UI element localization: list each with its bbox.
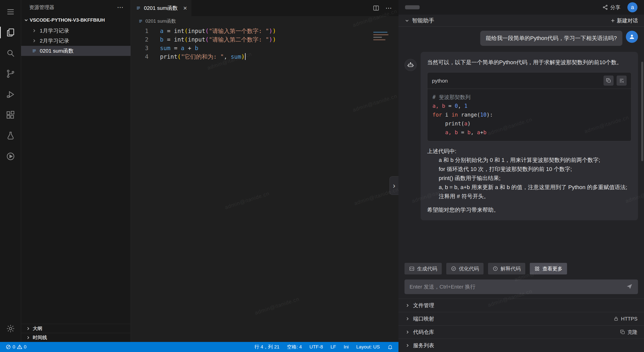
check-icon [451,266,456,271]
chevron-down-icon[interactable] [405,18,410,23]
insert-code-button[interactable] [617,76,627,86]
info-icon [493,266,498,271]
indentation-setting[interactable]: 空格: 4 [287,344,302,350]
tab-close-icon[interactable]: × [183,5,187,11]
warning-icon [17,344,22,350]
code-card-body[interactable]: # 斐波那契数列a, b = 0, 1for i in range(10): p… [427,89,631,141]
section-badge[interactable]: HTTPS [613,316,637,322]
action-button-label: 生成代码 [417,265,437,272]
chevron-right-icon [405,343,410,348]
section-文件管理[interactable]: 文件管理 [398,299,644,312]
user-avatar [626,31,638,43]
closing-text: 希望能对您的学习带来帮助。 [427,205,631,214]
tree-item-file[interactable]: 0201 sum函数 [21,46,131,56]
chevron-right-icon [32,28,37,33]
editor-more-actions-icon[interactable]: ⋯ [385,4,392,12]
new-chat-label: 新建对话 [617,17,638,24]
chevron-right-icon [26,326,31,331]
explanation-item: for 循环迭代 10 次，打印斐波那契数列的前 10 个数字; [439,165,631,174]
activity-settings-button[interactable] [0,318,21,339]
run-icon [6,152,15,161]
editor-tab[interactable]: 0201 sum函数 × [131,0,191,16]
copy-code-button[interactable] [603,76,614,86]
action-button[interactable]: 生成代码 [405,263,442,274]
file-tree: 1月学习记录2月学习记录0201 sum函数 [21,26,131,56]
warning-count: 0 [24,344,27,350]
activity-run-button[interactable] [0,146,21,167]
section-端口映射[interactable]: 端口映射HTTPS [398,312,644,325]
tab-bar: 0201 sum函数 × ⋯ [131,0,398,16]
code-text: a, b = b, a+b [432,129,487,135]
tree-item-folder[interactable]: 2月学习记录 [21,36,131,46]
new-chat-button[interactable]: 新建对话 [610,17,638,24]
explanation-item: a, b = b, a+b 用来更新 a 和 b 的值，注意这里用到了 Pyth… [439,183,631,192]
activity-extensions-button[interactable] [0,105,21,125]
chevron-down-icon [24,18,29,23]
code-line: print(a) [432,119,626,128]
section-label: 文件管理 [413,302,434,309]
activity-search-button[interactable] [0,43,21,63]
explorer-more-actions-icon[interactable]: ⋯ [117,4,124,11]
search-icon [6,48,15,58]
tree-item-label: 1月学习记录 [40,27,69,34]
panel-scrollbar[interactable] [641,62,643,161]
encoding-setting[interactable]: UTF-8 [309,344,323,350]
app-root: 资源管理器 ⋯ VSCODE-PYTHON-V3-BKFFBIUH 1月学习记录… [0,0,644,352]
outline-panel-header[interactable]: 大纲 [21,324,131,333]
section-代码仓库[interactable]: 代码仓库克隆 [398,325,644,339]
code-line: 2b = int(input("请输入第二个数字: ")) [131,35,398,44]
share-icon [602,4,608,10]
timeline-panel-header[interactable]: 时间线 [21,333,131,342]
chevron-right-icon [405,330,410,335]
text-cursor [245,53,246,60]
account-avatar[interactable]: a [627,2,637,12]
action-button-label: 查看更多 [542,265,562,272]
activity-bar [0,0,21,352]
see-more-button[interactable]: 查看更多 [530,263,567,274]
chat-input[interactable] [405,279,638,294]
activity-debug-button[interactable] [0,84,21,105]
code-editor[interactable]: 1a = int(input("请输入第一个数字: "))2b = int(in… [131,26,398,342]
code-lines: 1a = int(input("请输入第一个数字: "))2b = int(in… [131,27,398,61]
scm-icon [6,69,15,79]
workspace-label: VSCODE-PYTHON-V3-BKFFBIUH [30,17,105,23]
action-button[interactable]: 解释代码 [488,263,525,274]
tree-item-label: 2月学习记录 [40,37,69,44]
send-icon[interactable] [626,283,633,291]
code-line: for i in range(10): [432,111,626,119]
section-服务列表[interactable]: 服务列表 [398,339,644,352]
cursor-position[interactable]: 行 4，列 21 [255,344,279,350]
code-line: 1a = int(input("请输入第一个数字: ")) [131,27,398,35]
eol-setting[interactable]: LF [331,344,336,350]
notifications-bell-icon[interactable] [387,344,393,350]
tree-item-folder[interactable]: 1月学习记录 [21,26,131,36]
chevron-right-icon [26,335,31,340]
explanation-item: a 和 b 分别初始化为 0 和 1，用来计算斐波那契数列的前两个数字; [439,156,631,165]
share-button[interactable]: 分享 [602,4,620,11]
split-editor-icon[interactable] [373,5,379,11]
quick-actions-row: 生成代码优化代码解释代码查看更多 [398,259,644,278]
panel-expand-button[interactable]: › [389,176,398,195]
activity-scm-button[interactable] [0,63,21,84]
menu-icon [6,7,15,17]
activity-menu-button[interactable] [0,2,21,22]
user-message-row: 能给我一段简单的Python代码，学习一下相关语法吗? [405,31,638,46]
section-badge-label: HTTPS [621,316,637,322]
minimap[interactable] [373,32,389,42]
activity-explorer-button[interactable] [0,22,21,43]
panel-drag-handle[interactable] [405,5,420,9]
breadcrumb[interactable]: 0201 sum函数 [131,16,398,26]
chat-area: 能给我一段简单的Python代码，学习一下相关语法吗? 当然可以，以下是一个简单… [398,27,644,259]
language-mode[interactable]: Ini [344,344,349,350]
activity-testing-button[interactable] [0,125,21,146]
keyboard-layout[interactable]: Layout: US [356,344,380,350]
section-label: 端口映射 [413,315,434,322]
problems-indicator[interactable]: 0 0 [6,344,26,350]
code-card-header: python [427,73,631,89]
line-number: 3 [131,44,148,52]
action-button[interactable]: 优化代码 [446,263,484,274]
sidebar-title: 资源管理器 [29,4,54,11]
explanation-list: a 和 b 分别初始化为 0 和 1，用来计算斐波那契数列的前两个数字;for … [427,156,631,201]
section-badge[interactable]: 克隆 [620,329,637,336]
workspace-root[interactable]: VSCODE-PYTHON-V3-BKFFBIUH [21,15,131,26]
